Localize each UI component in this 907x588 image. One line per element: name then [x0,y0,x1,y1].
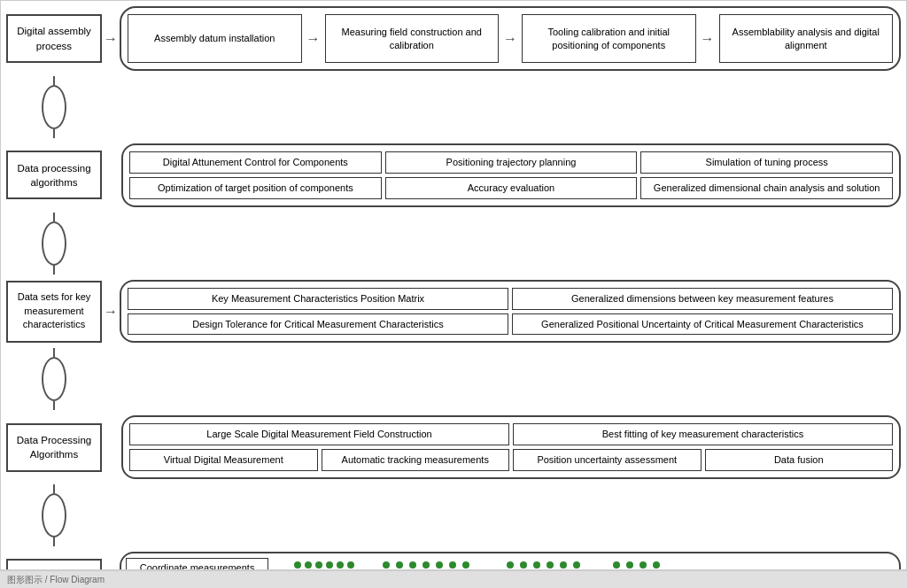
row1-box3: Tooling calibration and initial position… [522,14,696,63]
row1-section: Assembly datum installation → Measuring … [120,6,901,71]
coordinate-dot [462,561,469,569]
vconn4 [6,484,901,546]
dots-area [285,557,895,570]
row4-bot2: Automatic tracking measurements [322,449,510,471]
row4-inner: Large Scale Digital Measurement Field Co… [129,423,893,471]
coordinate-dot [626,561,633,569]
row5-left-labels: Coordinate measurements Theoretical Coor… [126,558,268,570]
status-text: 图形图示 / Flow Diagram [7,574,105,586]
row3-grid: Key Measurement Characteristics Position… [128,288,893,336]
oval-conn3 [42,348,66,410]
oval2 [42,221,66,266]
main-container: Digital assembly process → Assembly datu… [0,0,907,570]
coordinate-dot [326,561,333,569]
row3-bot2: Generalized Positional Uncertainty of Cr… [512,313,893,336]
row1-box4: Assemblability analysis and digital alig… [719,14,894,63]
row1-box2: Measuring field construction and calibra… [325,14,500,63]
coordinate-dot [653,561,660,569]
coordinate-dot [613,561,620,569]
row1-box1: Assembly datum installation [128,14,302,63]
coordinate-dot [337,561,344,569]
vline-top1 [53,76,55,85]
row2-top3: Simulation of tuning process [640,151,893,174]
vconn2 [6,213,901,275]
row3-arrow: → [104,304,118,320]
row4-top: Large Scale Digital Measurement Field Co… [129,423,893,445]
vconn3 [6,348,901,410]
vconn2-left [6,213,102,275]
row3-section: Key Measurement Characteristics Position… [120,280,901,344]
row2: Data processing algorithms Digital Attun… [6,143,901,207]
coordinate-dot [409,561,416,569]
vline-bot1 [53,129,55,138]
vline-bot3 [53,401,55,410]
vline-top2 [53,213,55,221]
vconn3-left [6,348,102,410]
coordinate-dot [520,561,527,569]
status-bar: 图形图示 / Flow Diagram [0,570,907,588]
row1: Digital assembly process → Assembly datu… [6,6,901,71]
coordinate-dot [305,561,312,569]
flow-diagram: Digital assembly process → Assembly datu… [6,6,901,564]
vconn1-left [6,76,102,138]
oval3 [42,357,66,401]
row2-top2: Positioning trajectory planning [385,151,638,174]
vline-top3 [53,348,55,357]
row3-bot1: Design Tolerance for Critical Measuremen… [128,313,508,336]
coordinate-dot [315,561,322,569]
coordinate-dot [507,561,514,569]
row2-top1: Digital Attunement Control for Component… [129,151,382,174]
coordinate-dot [396,561,403,569]
oval-conn4 [42,484,66,546]
row5: Key Measurement Point Coordinate Data → … [6,552,901,570]
row3-top2: Generalized dimensions between key measu… [512,288,893,310]
row4-top2: Best fitting of key measurement characte… [513,423,893,445]
vconn1 [6,76,901,138]
row4-bottom: Virtual Digital Measurement Automatic tr… [129,449,893,471]
coordinate-dot [533,561,540,569]
row2-bot1: Optimization of target position of compo… [129,177,382,199]
oval-conn2 [42,213,66,275]
coordinate-dot [547,561,554,569]
row3-top1: Key Measurement Characteristics Position… [128,288,508,310]
row4-top1: Large Scale Digital Measurement Field Co… [129,423,509,445]
row4-section: Large Scale Digital Measurement Field Co… [121,415,901,479]
row2-left-label: Data processing algorithms [6,151,102,199]
row2-grid: Digital Attunement Control for Component… [129,151,893,199]
oval4 [42,493,66,538]
row2-bot2: Accuracy evaluation [385,177,638,199]
row1-arr2: → [503,31,517,47]
row3: Data sets for key measurement characteri… [6,280,901,344]
row3-left-label: Data sets for key measurement characteri… [6,281,102,343]
coordinate-dot [449,561,456,569]
vline-bot4 [53,538,55,546]
oval1 [42,85,66,129]
coordinate-dot [422,561,430,569]
row4-bot4: Data fusion [705,449,894,471]
coordinate-dot [383,561,390,569]
row1-chain: Assembly datum installation → Measuring … [128,14,893,63]
row2-section: Digital Attunement Control for Component… [121,143,901,207]
row5-section: Coordinate measurements Theoretical Coor… [120,552,901,570]
coordinate-dot [294,561,301,569]
coordinate-dot [436,561,443,569]
vconn4-left [6,484,102,546]
row5-left-label: Key Measurement Point Coordinate Data [6,559,102,570]
vline-bot2 [53,266,55,275]
oval-conn1 [42,76,66,138]
row4-bot1: Virtual Digital Measurement [129,449,318,471]
vline-top4 [53,484,55,493]
coordinate-dot [573,561,580,569]
row1-left-label: Digital assembly process [6,14,102,63]
coordinate-dot [640,561,647,569]
row1-arrow-left: → [104,31,118,47]
coordinate-dot [347,561,354,569]
row2-bot3: Generalized dimensional chain analysis a… [640,177,893,199]
row5-label1: Coordinate measurements [126,558,268,570]
row4-bot3: Position uncertainty assessment [513,449,702,471]
row4-left-label: Data Processing Algorithms [6,423,102,472]
row1-arr3: → [701,31,715,47]
coordinate-dot [560,561,567,569]
row1-arr1: → [306,31,321,47]
row4: Data Processing Algorithms Large Scale D… [6,415,901,479]
